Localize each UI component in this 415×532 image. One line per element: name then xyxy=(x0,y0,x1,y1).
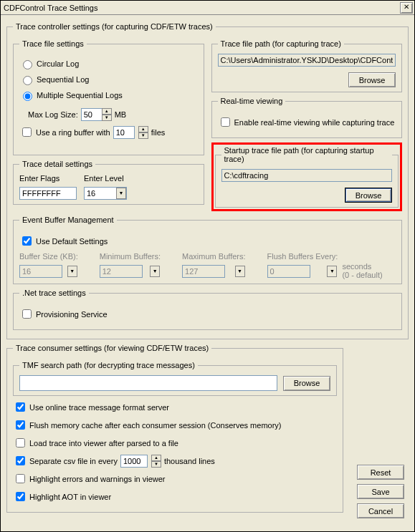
spin-up-icon[interactable]: ▲ xyxy=(102,108,112,115)
separate-csv-spinner[interactable]: ▲▼ xyxy=(120,455,161,468)
spin-btns[interactable]: ▲▼ xyxy=(138,126,148,139)
spin-down-icon[interactable]: ▼ xyxy=(102,115,112,121)
trace-file-path-legend: Trace file path (for capturing trace) xyxy=(218,39,344,48)
sequential-log-radio[interactable] xyxy=(23,76,32,85)
load-trace-label: Load trace into viewer after parsed to a… xyxy=(29,439,178,448)
net-trace-group: .Net trace settings Provisioning Service xyxy=(13,289,402,330)
trace-path-browse-button[interactable]: Browse xyxy=(348,72,396,87)
chevron-down-icon: ▼ xyxy=(327,266,337,277)
mb-label: MB xyxy=(115,110,127,119)
multiple-log-radio[interactable] xyxy=(23,92,32,101)
tmf-legend: TMF search path (for decrypting trace me… xyxy=(19,361,198,369)
spin-btns[interactable]: ▲▼ xyxy=(102,108,112,121)
enter-flags-input[interactable] xyxy=(19,187,77,200)
max-buffers-combo: ▼ xyxy=(182,265,245,278)
content-area: Trace controller settings (for capturing… xyxy=(1,15,414,532)
buffer-size-col: Buffer Size (KB): ▼ xyxy=(19,252,78,278)
enter-level-label: Enter Level xyxy=(84,174,127,183)
chevron-down-icon: ▼ xyxy=(150,266,160,277)
ring-buffer-input[interactable] xyxy=(113,126,135,139)
trace-detail-legend: Trace detail settings xyxy=(19,160,95,168)
flush-label: Flush Buffers Every: xyxy=(267,252,338,261)
highlight-aot-check[interactable] xyxy=(16,492,25,501)
trace-consumer-group: Trace consumer settings (for viewing CDF… xyxy=(6,344,343,513)
ring-buffer-row: Use a ring buffer with ▲▼ files xyxy=(19,125,198,139)
trace-file-path-group: Trace file path (for capturing trace) Br… xyxy=(211,39,403,92)
startup-browse-button[interactable]: Browse xyxy=(345,188,392,203)
sequential-log-label: Sequential Log xyxy=(37,75,89,84)
separate-csv-input[interactable] xyxy=(120,455,148,468)
realtime-check[interactable] xyxy=(221,117,230,127)
reset-button[interactable]: Reset xyxy=(357,465,404,480)
max-log-size-spinner[interactable]: ▲▼ xyxy=(81,108,112,121)
net-trace-legend: .Net trace settings xyxy=(19,289,89,297)
flush-col: Flush Buffers Every: ▼ xyxy=(267,252,338,278)
provisioning-row: Provisioning Service xyxy=(19,307,396,321)
highlight-aot-label: Highlight AOT in viewer xyxy=(29,493,111,501)
min-buffers-col: Minimum Buffers: ▼ xyxy=(100,252,161,278)
spin-down-icon[interactable]: ▼ xyxy=(138,132,148,139)
startup-path-legend: Startup trace file path (for capturing s… xyxy=(221,146,393,163)
enter-level-combo[interactable]: ▼ xyxy=(84,187,127,200)
load-trace-check[interactable] xyxy=(16,438,25,448)
chevron-down-icon[interactable]: ▼ xyxy=(116,188,126,199)
save-button[interactable]: Save xyxy=(357,484,404,499)
online-row: Use online trace message format server xyxy=(13,400,337,414)
trace-consumer-legend: Trace consumer settings (for viewing CDF… xyxy=(13,344,211,352)
ring-buffer-spinner[interactable]: ▲▼ xyxy=(113,126,148,139)
max-log-size-label: Max Log Size: xyxy=(28,110,78,119)
min-buffers-label: Minimum Buffers: xyxy=(100,252,161,261)
startup-path-group: Startup trace file path (for capturing s… xyxy=(215,146,399,208)
realtime-row: Enable real-time viewing while capturing… xyxy=(218,115,396,129)
action-buttons: Reset Save Cancel xyxy=(357,465,404,518)
provisioning-label: Provisioning Service xyxy=(36,310,108,319)
use-default-row: Use Default Settings xyxy=(19,234,396,248)
trace-file-settings-group: Trace file settings Circular Log Sequent… xyxy=(13,39,204,155)
highlight-err-check[interactable] xyxy=(16,474,25,483)
separate-csv-label-b: thousand lines xyxy=(164,457,215,465)
tmf-browse-button[interactable]: Browse xyxy=(283,376,330,391)
flush-cache-check[interactable] xyxy=(16,420,25,430)
trace-detail-group: Trace detail settings Enter Flags Enter … xyxy=(13,160,204,205)
buffer-size-label: Buffer Size (KB): xyxy=(19,252,78,261)
window-title: CDFControl Trace Settings xyxy=(4,4,97,12)
online-check[interactable] xyxy=(16,402,25,412)
enter-level-col: Enter Level ▼ xyxy=(84,174,127,200)
realtime-label: Enable real-time viewing while capturing… xyxy=(234,118,395,127)
spin-down-icon[interactable]: ▼ xyxy=(151,461,161,468)
circular-log-row: Circular Log xyxy=(19,58,198,69)
max-log-size-input[interactable] xyxy=(81,108,102,121)
close-button[interactable]: ✕ xyxy=(400,2,413,14)
load-trace-row: Load trace into viewer after parsed to a… xyxy=(13,436,337,450)
highlight-aot-row: Highlight AOT in viewer xyxy=(13,490,337,503)
tmf-path-input[interactable] xyxy=(19,375,277,391)
min-buffers-combo: ▼ xyxy=(100,265,161,278)
startup-path-input[interactable] xyxy=(221,169,393,182)
buffer-size-input xyxy=(19,265,62,278)
cancel-button[interactable]: Cancel xyxy=(357,503,404,518)
startup-highlight: Startup trace file path (for capturing s… xyxy=(211,142,403,211)
multiple-log-row: Multiple Sequential Logs xyxy=(19,90,198,101)
highlight-err-row: Highlight errors and warnings in viewer xyxy=(13,472,337,485)
spin-up-icon[interactable]: ▲ xyxy=(151,455,161,461)
use-default-check[interactable] xyxy=(22,236,32,246)
circular-log-radio[interactable] xyxy=(23,60,32,69)
realtime-group: Real-time viewing Enable real-time viewi… xyxy=(211,97,403,138)
ring-buffer-check[interactable] xyxy=(22,127,32,137)
chevron-down-icon: ▼ xyxy=(235,266,245,277)
min-buffers-input xyxy=(100,265,143,278)
trace-file-path-input[interactable] xyxy=(218,54,396,67)
circular-log-label: Circular Log xyxy=(37,59,79,68)
flush-combo: ▼ xyxy=(267,265,338,278)
provisioning-check[interactable] xyxy=(22,309,32,319)
max-log-size-row: Max Log Size: ▲▼ MB xyxy=(28,108,198,121)
separate-csv-check[interactable] xyxy=(16,456,25,465)
spin-up-icon[interactable]: ▲ xyxy=(138,126,148,132)
max-buffers-input xyxy=(182,265,225,278)
window: CDFControl Trace Settings ✕ Trace contro… xyxy=(0,0,415,532)
ring-buffer-label: Use a ring buffer with xyxy=(36,128,110,137)
multiple-log-label: Multiple Sequential Logs xyxy=(37,91,123,100)
spin-btns[interactable]: ▲▼ xyxy=(151,455,161,468)
titlebar: CDFControl Trace Settings ✕ xyxy=(1,1,414,15)
enter-flags-label: Enter Flags xyxy=(19,174,77,183)
